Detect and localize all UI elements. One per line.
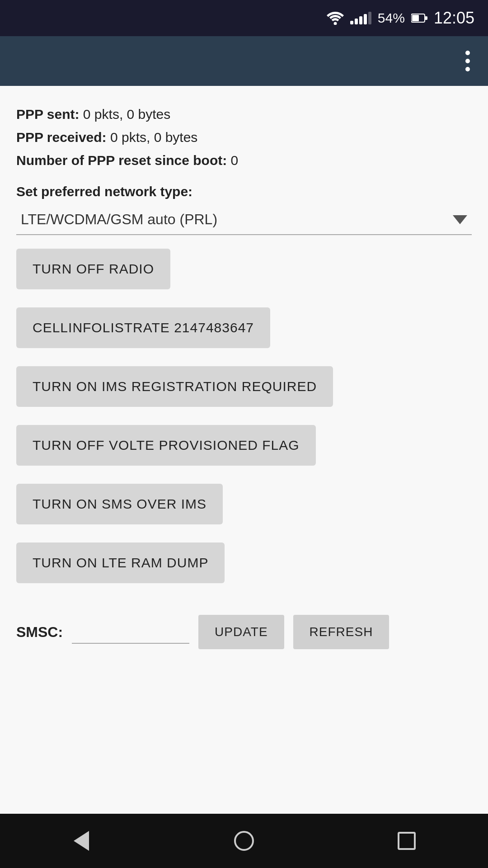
- nav-recents-button[interactable]: [389, 823, 425, 859]
- network-type-value: LTE/WCDMA/GSM auto (PRL): [21, 211, 217, 228]
- overflow-menu-button[interactable]: [461, 46, 474, 76]
- home-icon: [234, 831, 254, 851]
- smsc-label: SMSC:: [16, 624, 63, 641]
- sms-over-ims-button[interactable]: TURN ON SMS OVER IMS: [16, 484, 223, 524]
- svg-rect-2: [425, 16, 427, 20]
- ppp-sent-label: PPP sent:: [16, 107, 80, 122]
- info-section: PPP sent: 0 pkts, 0 bytes PPP received: …: [16, 104, 472, 170]
- wifi-icon: [327, 11, 344, 25]
- toolbar: [0, 36, 488, 86]
- ppp-sent-value: 0 pkts, 0 bytes: [83, 107, 170, 122]
- bottom-nav: [0, 814, 488, 868]
- smsc-section: SMSC: UPDATE REFRESH: [16, 606, 472, 658]
- main-content: PPP sent: 0 pkts, 0 bytes PPP received: …: [0, 86, 488, 814]
- status-icons: 54% 12:05: [327, 9, 474, 28]
- ppp-received-value: 0 pkts, 0 bytes: [110, 130, 197, 145]
- ppp-reset-line: Number of PPP reset since boot: 0: [16, 150, 472, 170]
- nav-back-button[interactable]: [63, 823, 99, 859]
- turn-off-radio-button[interactable]: TURN OFF RADIO: [16, 249, 170, 289]
- svg-rect-3: [412, 15, 419, 21]
- ppp-sent-line: PPP sent: 0 pkts, 0 bytes: [16, 104, 472, 124]
- smsc-update-button[interactable]: UPDATE: [198, 615, 284, 649]
- nav-home-button[interactable]: [226, 823, 262, 859]
- overflow-dot-2: [465, 59, 470, 63]
- cellinfolistrate-button[interactable]: CELLINFOLISTRATE 2147483647: [16, 307, 270, 348]
- network-type-selector[interactable]: LTE/WCDMA/GSM auto (PRL): [16, 205, 472, 235]
- network-type-label: Set preferred network type:: [16, 184, 472, 199]
- battery-icon: [411, 13, 427, 24]
- smsc-refresh-button[interactable]: REFRESH: [293, 615, 389, 649]
- volte-provisioned-button[interactable]: TURN OFF VOLTE PROVISIONED FLAG: [16, 425, 316, 466]
- lte-ram-dump-button[interactable]: TURN ON LTE RAM DUMP: [16, 542, 225, 583]
- back-icon: [74, 831, 89, 851]
- overflow-dot-3: [465, 67, 470, 71]
- ims-registration-button[interactable]: TURN ON IMS REGISTRATION REQUIRED: [16, 366, 333, 407]
- battery-percent: 54%: [378, 10, 405, 26]
- chevron-down-icon: [453, 215, 467, 224]
- signal-bars: [350, 12, 371, 24]
- smsc-input[interactable]: [72, 620, 189, 644]
- ppp-received-label: PPP received:: [16, 130, 107, 145]
- status-time: 12:05: [434, 9, 474, 28]
- overflow-dot-1: [465, 51, 470, 55]
- ppp-reset-label: Number of PPP reset since boot:: [16, 153, 227, 168]
- ppp-received-line: PPP received: 0 pkts, 0 bytes: [16, 127, 472, 147]
- status-bar: 54% 12:05: [0, 0, 488, 36]
- recents-icon: [398, 832, 416, 850]
- svg-point-0: [333, 22, 337, 25]
